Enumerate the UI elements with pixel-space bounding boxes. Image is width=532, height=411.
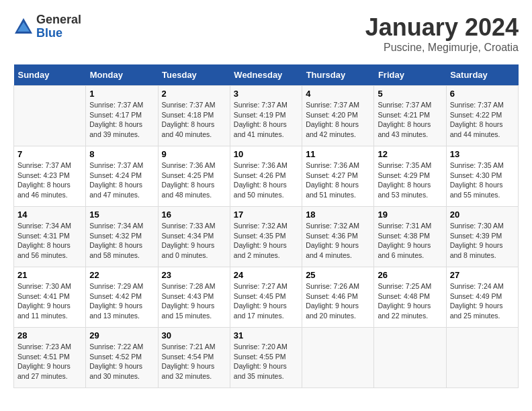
- calendar-cell: [14, 86, 86, 146]
- day-number: 9: [162, 149, 226, 159]
- day-number: 20: [450, 210, 515, 220]
- logo-general: General: [36, 13, 81, 27]
- cell-content: Sunrise: 7:36 AM Sunset: 4:25 PM Dayligh…: [162, 161, 226, 200]
- page-header: General Blue January 2024 Puscine, Megim…: [13, 13, 519, 54]
- calendar-cell: 5Sunrise: 7:37 AM Sunset: 4:21 PM Daylig…: [374, 86, 446, 146]
- calendar-cell: 25Sunrise: 7:26 AM Sunset: 4:46 PM Dayli…: [302, 267, 374, 328]
- cell-content: Sunrise: 7:24 AM Sunset: 4:49 PM Dayligh…: [450, 281, 515, 321]
- calendar-cell: 6Sunrise: 7:37 AM Sunset: 4:22 PM Daylig…: [446, 86, 518, 146]
- day-number: 5: [378, 89, 442, 99]
- calendar-cell: 12Sunrise: 7:35 AM Sunset: 4:29 PM Dayli…: [374, 146, 446, 207]
- cell-content: Sunrise: 7:37 AM Sunset: 4:17 PM Dayligh…: [89, 100, 154, 140]
- calendar-cell: 23Sunrise: 7:28 AM Sunset: 4:43 PM Dayli…: [158, 267, 230, 328]
- day-number: 31: [234, 330, 298, 340]
- week-row-1: 1Sunrise: 7:37 AM Sunset: 4:17 PM Daylig…: [14, 86, 519, 146]
- day-number: 24: [234, 270, 298, 280]
- month-title: January 2024: [365, 13, 519, 42]
- day-number: 18: [306, 210, 370, 220]
- cell-content: Sunrise: 7:20 AM Sunset: 4:55 PM Dayligh…: [234, 342, 298, 381]
- logo: General Blue: [13, 13, 81, 40]
- cell-content: Sunrise: 7:22 AM Sunset: 4:52 PM Dayligh…: [89, 342, 154, 381]
- cell-content: Sunrise: 7:32 AM Sunset: 4:36 PM Dayligh…: [306, 221, 370, 261]
- header-cell-monday: Monday: [86, 64, 158, 86]
- cell-content: Sunrise: 7:31 AM Sunset: 4:38 PM Dayligh…: [378, 221, 442, 261]
- calendar-cell: 30Sunrise: 7:21 AM Sunset: 4:54 PM Dayli…: [158, 328, 230, 388]
- calendar-cell: 21Sunrise: 7:30 AM Sunset: 4:41 PM Dayli…: [14, 267, 86, 328]
- cell-content: Sunrise: 7:28 AM Sunset: 4:43 PM Dayligh…: [162, 281, 226, 321]
- day-number: 13: [450, 149, 515, 159]
- calendar-cell: 7Sunrise: 7:37 AM Sunset: 4:23 PM Daylig…: [14, 146, 86, 207]
- cell-content: Sunrise: 7:21 AM Sunset: 4:54 PM Dayligh…: [162, 342, 226, 381]
- cell-content: Sunrise: 7:30 AM Sunset: 4:39 PM Dayligh…: [450, 221, 515, 261]
- calendar-cell: [374, 328, 446, 388]
- calendar-cell: 13Sunrise: 7:35 AM Sunset: 4:30 PM Dayli…: [446, 146, 518, 207]
- day-number: 29: [89, 330, 154, 340]
- calendar-cell: 10Sunrise: 7:36 AM Sunset: 4:26 PM Dayli…: [230, 146, 302, 207]
- week-row-2: 7Sunrise: 7:37 AM Sunset: 4:23 PM Daylig…: [14, 146, 519, 207]
- calendar-cell: 28Sunrise: 7:23 AM Sunset: 4:51 PM Dayli…: [14, 328, 86, 388]
- cell-content: Sunrise: 7:37 AM Sunset: 4:20 PM Dayligh…: [306, 100, 370, 140]
- calendar-cell: 9Sunrise: 7:36 AM Sunset: 4:25 PM Daylig…: [158, 146, 230, 207]
- calendar-cell: 18Sunrise: 7:32 AM Sunset: 4:36 PM Dayli…: [302, 207, 374, 267]
- calendar-cell: 11Sunrise: 7:36 AM Sunset: 4:27 PM Dayli…: [302, 146, 374, 207]
- calendar-cell: 24Sunrise: 7:27 AM Sunset: 4:45 PM Dayli…: [230, 267, 302, 328]
- cell-content: Sunrise: 7:36 AM Sunset: 4:27 PM Dayligh…: [306, 161, 370, 200]
- calendar-cell: 31Sunrise: 7:20 AM Sunset: 4:55 PM Dayli…: [230, 328, 302, 388]
- day-number: 1: [89, 89, 154, 99]
- calendar-header: SundayMondayTuesdayWednesdayThursdayFrid…: [14, 64, 519, 86]
- day-number: 12: [378, 149, 442, 159]
- cell-content: Sunrise: 7:25 AM Sunset: 4:48 PM Dayligh…: [378, 281, 442, 321]
- cell-content: Sunrise: 7:27 AM Sunset: 4:45 PM Dayligh…: [234, 281, 298, 321]
- calendar-cell: 19Sunrise: 7:31 AM Sunset: 4:38 PM Dayli…: [374, 207, 446, 267]
- calendar-cell: [302, 328, 374, 388]
- day-number: 19: [378, 210, 442, 220]
- day-number: 2: [162, 89, 226, 99]
- header-cell-wednesday: Wednesday: [230, 64, 302, 86]
- calendar-table: SundayMondayTuesdayWednesdayThursdayFrid…: [13, 64, 519, 388]
- cell-content: Sunrise: 7:37 AM Sunset: 4:18 PM Dayligh…: [162, 100, 226, 140]
- header-cell-thursday: Thursday: [302, 64, 374, 86]
- week-row-3: 14Sunrise: 7:34 AM Sunset: 4:31 PM Dayli…: [14, 207, 519, 267]
- cell-content: Sunrise: 7:34 AM Sunset: 4:32 PM Dayligh…: [89, 221, 154, 261]
- day-number: 8: [89, 149, 154, 159]
- calendar-cell: 15Sunrise: 7:34 AM Sunset: 4:32 PM Dayli…: [86, 207, 158, 267]
- logo-text: General Blue: [36, 13, 81, 40]
- day-number: 21: [17, 270, 82, 280]
- calendar-cell: 8Sunrise: 7:37 AM Sunset: 4:24 PM Daylig…: [86, 146, 158, 207]
- day-number: 15: [89, 210, 154, 220]
- day-number: 4: [306, 89, 370, 99]
- week-row-5: 28Sunrise: 7:23 AM Sunset: 4:51 PM Dayli…: [14, 328, 519, 388]
- day-number: 22: [89, 270, 154, 280]
- day-number: 26: [378, 270, 442, 280]
- week-row-4: 21Sunrise: 7:30 AM Sunset: 4:41 PM Dayli…: [14, 267, 519, 328]
- calendar-cell: 2Sunrise: 7:37 AM Sunset: 4:18 PM Daylig…: [158, 86, 230, 146]
- cell-content: Sunrise: 7:37 AM Sunset: 4:24 PM Dayligh…: [89, 161, 154, 200]
- header-row: SundayMondayTuesdayWednesdayThursdayFrid…: [14, 64, 519, 86]
- cell-content: Sunrise: 7:34 AM Sunset: 4:31 PM Dayligh…: [17, 221, 82, 261]
- day-number: 3: [234, 89, 298, 99]
- day-number: 28: [17, 330, 82, 340]
- day-number: 14: [17, 210, 82, 220]
- calendar-body: 1Sunrise: 7:37 AM Sunset: 4:17 PM Daylig…: [14, 86, 519, 388]
- calendar-cell: 27Sunrise: 7:24 AM Sunset: 4:49 PM Dayli…: [446, 267, 518, 328]
- cell-content: Sunrise: 7:26 AM Sunset: 4:46 PM Dayligh…: [306, 281, 370, 321]
- header-cell-saturday: Saturday: [446, 64, 518, 86]
- cell-content: Sunrise: 7:35 AM Sunset: 4:30 PM Dayligh…: [450, 161, 515, 200]
- calendar-cell: 14Sunrise: 7:34 AM Sunset: 4:31 PM Dayli…: [14, 207, 86, 267]
- calendar-cell: 26Sunrise: 7:25 AM Sunset: 4:48 PM Dayli…: [374, 267, 446, 328]
- calendar-cell: 17Sunrise: 7:32 AM Sunset: 4:35 PM Dayli…: [230, 207, 302, 267]
- logo-blue: Blue: [36, 27, 81, 40]
- cell-content: Sunrise: 7:30 AM Sunset: 4:41 PM Dayligh…: [17, 281, 82, 321]
- day-number: 30: [162, 330, 226, 340]
- day-number: 23: [162, 270, 226, 280]
- calendar-cell: 4Sunrise: 7:37 AM Sunset: 4:20 PM Daylig…: [302, 86, 374, 146]
- cell-content: Sunrise: 7:36 AM Sunset: 4:26 PM Dayligh…: [234, 161, 298, 200]
- cell-content: Sunrise: 7:33 AM Sunset: 4:34 PM Dayligh…: [162, 221, 226, 261]
- day-number: 16: [162, 210, 226, 220]
- day-number: 11: [306, 149, 370, 159]
- cell-content: Sunrise: 7:23 AM Sunset: 4:51 PM Dayligh…: [17, 342, 82, 381]
- cell-content: Sunrise: 7:29 AM Sunset: 4:42 PM Dayligh…: [89, 281, 154, 321]
- cell-content: Sunrise: 7:37 AM Sunset: 4:19 PM Dayligh…: [234, 100, 298, 140]
- header-cell-sunday: Sunday: [14, 64, 86, 86]
- calendar-cell: 20Sunrise: 7:30 AM Sunset: 4:39 PM Dayli…: [446, 207, 518, 267]
